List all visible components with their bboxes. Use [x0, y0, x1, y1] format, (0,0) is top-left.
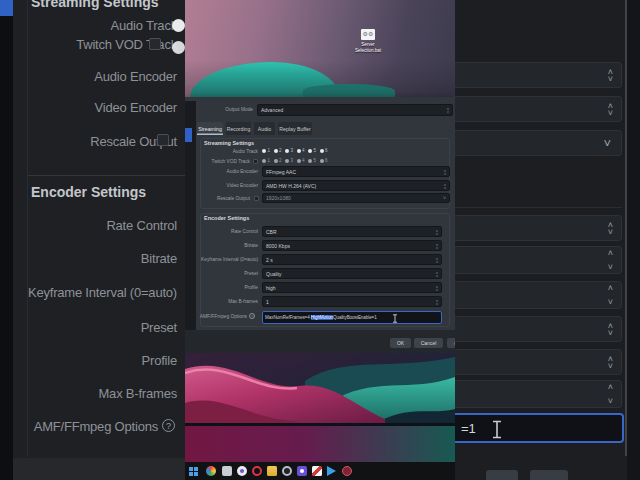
- ok-button[interactable]: OK: [390, 338, 411, 348]
- rescale-output-label: Rescale Output: [198, 196, 250, 201]
- spinner-icon: ˄˅: [608, 249, 613, 271]
- rescale-output-select[interactable]: 1920x1080 ˅: [262, 193, 450, 203]
- taskbar-icon-dark-app[interactable]: [282, 466, 292, 476]
- audio-track-radios[interactable]: 1 2 3 4 5 6: [262, 148, 331, 153]
- bg-profile-label: Profile: [0, 353, 177, 368]
- tab-replay-buffer[interactable]: Replay Buffer: [278, 122, 312, 135]
- spinner-icon: ˄˅: [608, 69, 613, 83]
- max-b-frames-label: Max B-frames: [198, 299, 258, 304]
- bg-rescale-field: ˅: [455, 130, 622, 156]
- radio-track-2[interactable]: [274, 149, 278, 153]
- ibeam-cursor-icon: [392, 314, 398, 323]
- desktop-icon-label: Server Selection.bat: [339, 42, 397, 54]
- encoder-settings-header: Encoder Settings: [204, 215, 249, 221]
- radio-track-6[interactable]: [320, 149, 324, 153]
- profile-select[interactable]: high ˄˅: [262, 282, 442, 293]
- amf-options-label: AMF/FFmpeg Options: [190, 314, 247, 319]
- video-encoder-select[interactable]: AMD HW H.264 (AVC) ˄˅: [262, 180, 450, 191]
- output-mode-value: Advanced: [261, 107, 283, 113]
- rate-control-label: Rate Control: [198, 229, 258, 234]
- profile-value: high: [266, 285, 275, 291]
- taskbar-icon-colorful-app[interactable]: [206, 466, 216, 476]
- bitrate-label: Bitrate: [198, 243, 258, 248]
- radio-vod-1[interactable]: [262, 159, 266, 163]
- twitch-vod-checkbox[interactable]: [253, 159, 258, 164]
- taskbar-icon-round-app[interactable]: [237, 466, 247, 476]
- radio-vod-2[interactable]: [274, 159, 278, 163]
- spinner-icon: ˄˅: [608, 103, 613, 117]
- bg-audio-track-label: Audio Track: [0, 18, 177, 33]
- rate-control-select[interactable]: CBR ˄˅: [262, 226, 442, 237]
- batch-file-icon[interactable]: ⚙⚙: [361, 29, 375, 40]
- radio-vod-6[interactable]: [320, 159, 324, 163]
- start-button[interactable]: [189, 466, 199, 476]
- amf-ffmpeg-options-input[interactable]: MaxNumRefFrames=4 HighMotionQualityBoost…: [262, 311, 442, 324]
- radio-track-1[interactable]: [262, 149, 266, 153]
- bg-profile-field: ˄˅: [455, 349, 622, 375]
- keyframe-interval-label: Keyframe Interval (0=auto): [190, 257, 258, 262]
- bg-video-encoder-field: ˄˅: [455, 96, 622, 122]
- audio-encoder-label: Audio Encoder: [198, 169, 258, 174]
- spinner-icon: ˄˅: [608, 356, 613, 370]
- spinner-icon: ˄˅: [436, 299, 438, 305]
- bitrate-input[interactable]: 8000 Kbps ˄˅: [262, 240, 442, 251]
- tab-streaming[interactable]: Streaming: [197, 122, 223, 135]
- bg-bitrate-field: ˄˅: [455, 246, 622, 274]
- bg-preset-label: Preset: [0, 320, 177, 335]
- streaming-settings-header: Streaming Settings: [204, 140, 254, 146]
- tab-audio[interactable]: Audio: [254, 122, 275, 135]
- spinner-icon: ˄˅: [436, 271, 438, 277]
- taskbar-icon-purple-app[interactable]: [297, 466, 307, 476]
- radio-track-4[interactable]: [297, 149, 301, 153]
- video-encoder-value: AMD HW H.264 (AVC): [266, 183, 316, 189]
- radio-vod-4[interactable]: [297, 159, 301, 163]
- bg-maxb-label: Max B-frames: [0, 386, 177, 401]
- cancel-button[interactable]: Cancel: [414, 338, 443, 348]
- spinner-icon: ˄˅: [436, 257, 438, 263]
- audio-track-label: Audio Track: [198, 149, 258, 154]
- bg-section-divider: [28, 175, 185, 176]
- max-b-frames-value: 1: [266, 299, 269, 305]
- bg-rate-control-field: ˄˅: [455, 215, 622, 241]
- twitch-vod-label: Twitch VOD Track: [190, 159, 250, 164]
- taskbar-icon-light-app[interactable]: [222, 466, 232, 476]
- spinner-icon: ˄˅: [436, 243, 438, 249]
- keyframe-interval-input[interactable]: 2 s ˄˅: [262, 254, 442, 265]
- taskbar-icon-red-browser[interactable]: [342, 466, 352, 476]
- preset-value: Quality: [266, 271, 282, 277]
- tab-recording[interactable]: Recording: [226, 122, 251, 135]
- spinner-icon: ˄˅: [436, 285, 438, 291]
- rescale-output-checkbox[interactable]: [254, 196, 259, 201]
- video-encoder-label: Video Encoder: [198, 183, 258, 188]
- video-strip: ⚙⚙ Server Selection.bat Output Mode Adva…: [185, 0, 455, 480]
- bitrate-value: 8000 Kbps: [266, 243, 290, 249]
- help-icon[interactable]: ?: [249, 313, 255, 319]
- dialog-button-bar: OK Cancel Apply: [185, 330, 455, 353]
- keyframe-interval-value: 2 s: [266, 257, 273, 263]
- radio-track-5[interactable]: [308, 149, 312, 153]
- preset-select[interactable]: Quality ˄˅: [262, 268, 442, 279]
- taskbar-icon-opera[interactable]: [252, 466, 262, 476]
- chevron-down-icon: ˅: [443, 196, 446, 201]
- bg-video-encoder-label: Video Encoder: [0, 100, 177, 115]
- amf-input-text: MaxNumRefFrames=4 HighMotionQualityBoost…: [265, 315, 377, 320]
- preset-label: Preset: [198, 271, 258, 276]
- apply-button[interactable]: Apply: [447, 338, 455, 348]
- radio-track-3[interactable]: [285, 149, 289, 153]
- taskbar-icon-red-white-app[interactable]: [312, 466, 322, 476]
- settings-sidebar-selected-item[interactable]: [185, 128, 192, 142]
- chevron-down-icon: ˅: [603, 136, 611, 151]
- taskbar-icon-file-explorer[interactable]: [267, 466, 277, 476]
- text-selection: HighMotion: [311, 315, 333, 320]
- spinner-icon: ˄˅: [436, 229, 438, 235]
- twitch-vod-radios[interactable]: 1 2 3 4 5 6: [262, 158, 331, 163]
- taskbar-icon-play-app[interactable]: [327, 466, 336, 476]
- desktop-wallpaper-top: [185, 0, 455, 98]
- audio-encoder-select[interactable]: FFmpeg AAC ˄˅: [262, 166, 450, 177]
- bg-audio-encoder-field: ˄˅: [455, 62, 622, 88]
- max-b-frames-input[interactable]: 1 ˄˅: [262, 296, 442, 307]
- output-mode-select[interactable]: Advanced ˄˅: [257, 104, 453, 116]
- radio-vod-3[interactable]: [285, 159, 289, 163]
- radio-vod-5[interactable]: [308, 159, 312, 163]
- bg-twitch-checkbox: [149, 38, 161, 50]
